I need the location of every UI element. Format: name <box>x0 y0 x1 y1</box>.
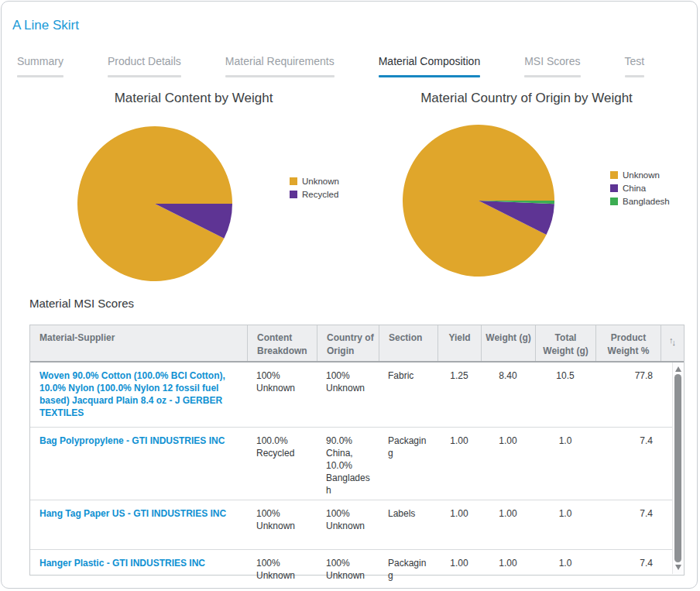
tab-product-details[interactable]: Product Details <box>108 55 181 77</box>
column-header-weight-g-: Weight (g) <box>481 325 535 361</box>
cell-section: Packaging <box>379 428 438 500</box>
legend-swatch-icon <box>290 177 297 185</box>
legend-item-recycled: Recycled <box>290 190 339 199</box>
legend-item-china: China <box>610 184 670 193</box>
column-header-content-breakdown: Content Breakdown <box>247 325 317 361</box>
scrollbar-thumb[interactable] <box>674 374 681 562</box>
table-row: Hang Tag Paper US - GTI INDUSTRIES INC10… <box>30 500 684 550</box>
active-tab-underline <box>379 75 481 77</box>
legend-label: Unknown <box>302 177 339 186</box>
cell-product-weight-pct: 7.4 <box>595 500 661 549</box>
cell-country-of-origin: 100% Unknown <box>317 550 379 589</box>
legend-country-of-origin: UnknownChinaBangladesh <box>610 170 670 206</box>
cell-supplier[interactable]: Hanger Plastic - GTI INDUSTRIES INC <box>30 550 247 589</box>
pie-slice-unknown <box>77 126 232 281</box>
cell-yield: 1.00 <box>438 500 481 549</box>
legend-label: Unknown <box>623 170 660 180</box>
column-header-material-supplier: Material-Supplier <box>30 325 247 361</box>
pie-chart-material-content <box>77 125 233 282</box>
legend-swatch-icon <box>610 184 618 192</box>
table-header-row: Material-SupplierContent BreakdownCountr… <box>30 325 684 363</box>
table-row: Hanger Plastic - GTI INDUSTRIES INC100% … <box>30 550 684 589</box>
legend-item-bangladesh: Bangladesh <box>610 197 670 206</box>
tab-label: Product Details <box>108 55 181 67</box>
tab-material-composition[interactable]: Material Composition <box>379 55 481 77</box>
tab-label: MSI Scores <box>524 55 580 67</box>
cell-content-breakdown: 100.0% Recycled <box>247 428 317 500</box>
cell-product-weight-pct: 7.4 <box>595 550 661 589</box>
table-row: Bag Polypropylene - GTI INDUSTRIES INC10… <box>30 428 684 500</box>
cell-total-weight-g: 1.0 <box>535 428 595 500</box>
page-title: A Line Skirt <box>12 18 79 33</box>
tab-label: Summary <box>17 55 63 67</box>
cell-total-weight-g: 1.0 <box>535 550 595 589</box>
tab-underline <box>524 75 580 77</box>
chart-title-country-of-origin: Material Country of Origin by Weight <box>352 91 698 106</box>
pie-chart-country-of-origin <box>402 124 555 277</box>
tab-label: Test <box>625 55 645 67</box>
column-header-country-of-origin: Country of Origin <box>317 325 379 361</box>
cell-supplier[interactable]: Hang Tag Paper US - GTI INDUSTRIES INC <box>30 500 247 549</box>
tab-underline <box>108 75 181 77</box>
sort-column-header: ↑↓ <box>661 325 685 361</box>
cell-product-weight-pct: 77.8 <box>595 363 661 427</box>
cell-country-of-origin: 90.0% China, 10.0% Bangladesh <box>317 428 379 500</box>
column-header-total-weight-g-: Total Weight (g) <box>535 325 595 361</box>
cell-weight-g: 8.40 <box>481 363 535 427</box>
cell-country-of-origin: 100% Unknown <box>317 500 379 549</box>
legend-swatch-icon <box>610 171 618 179</box>
legend-material-content: UnknownRecycled <box>290 177 339 199</box>
legend-item-unknown: Unknown <box>610 170 670 180</box>
cell-country-of-origin: 100% Unknown <box>317 363 379 427</box>
column-header-section: Section <box>379 325 438 361</box>
column-header-product-weight-: Product Weight % <box>595 325 661 361</box>
legend-item-unknown: Unknown <box>290 177 339 186</box>
tab-underline <box>225 75 335 77</box>
cell-yield: 1.00 <box>438 550 481 589</box>
product-card: A Line Skirt SummaryProduct DetailsMater… <box>1 1 698 589</box>
cell-content-breakdown: 100% Unknown <box>247 500 317 549</box>
cell-yield: 1.00 <box>438 428 481 500</box>
cell-total-weight-g: 10.5 <box>535 363 595 427</box>
cell-supplier[interactable]: Bag Polypropylene - GTI INDUSTRIES INC <box>30 428 247 500</box>
tab-test[interactable]: Test <box>625 55 645 77</box>
tab-label: Material Composition <box>379 55 481 67</box>
cell-weight-g: 1.00 <box>481 550 535 589</box>
legend-label: Recycled <box>302 190 338 199</box>
tab-underline <box>625 75 645 77</box>
cell-content-breakdown: 100% Unknown <box>247 550 317 589</box>
msi-table-heading: Material MSI Scores <box>29 297 134 310</box>
cell-total-weight-g: 1.0 <box>535 500 595 549</box>
table-row: Woven 90.0% Cotton (100.0% BCI Cotton), … <box>30 363 684 428</box>
legend-label: China <box>623 184 646 193</box>
sort-icon[interactable]: ↑↓ <box>669 336 678 344</box>
column-header-yield: Yield <box>438 325 481 361</box>
cell-section: Packaging <box>379 550 438 589</box>
cell-weight-g: 1.00 <box>481 500 535 549</box>
cell-yield: 1.25 <box>438 363 481 427</box>
chart-title-material-content: Material Content by Weight <box>17 91 370 106</box>
scroll-down-arrow-icon[interactable] <box>675 565 681 570</box>
legend-label: Bangladesh <box>623 197 670 206</box>
scroll-up-arrow-icon[interactable] <box>675 366 681 372</box>
table-scrollbar[interactable] <box>672 363 684 574</box>
cell-content-breakdown: 100% Unknown <box>247 363 317 427</box>
tab-label: Material Requirements <box>225 55 335 67</box>
charts-section: Material Content by Weight Material Coun… <box>2 87 698 297</box>
cell-weight-g: 1.00 <box>481 428 535 500</box>
legend-swatch-icon <box>610 198 618 205</box>
table-body: Woven 90.0% Cotton (100.0% BCI Cotton), … <box>30 363 684 589</box>
cell-section: Fabric <box>379 363 438 427</box>
tab-material-requirements[interactable]: Material Requirements <box>225 55 335 77</box>
tab-summary[interactable]: Summary <box>17 55 63 77</box>
legend-swatch-icon <box>290 191 297 198</box>
tab-msi-scores[interactable]: MSI Scores <box>524 55 580 77</box>
cell-section: Labels <box>379 500 438 549</box>
cell-supplier[interactable]: Woven 90.0% Cotton (100.0% BCI Cotton), … <box>30 363 247 427</box>
cell-product-weight-pct: 7.4 <box>595 428 661 500</box>
msi-scores-table: Material-SupplierContent BreakdownCountr… <box>29 325 685 576</box>
tab-underline <box>17 75 63 77</box>
tab-bar: SummaryProduct DetailsMaterial Requireme… <box>17 55 644 77</box>
